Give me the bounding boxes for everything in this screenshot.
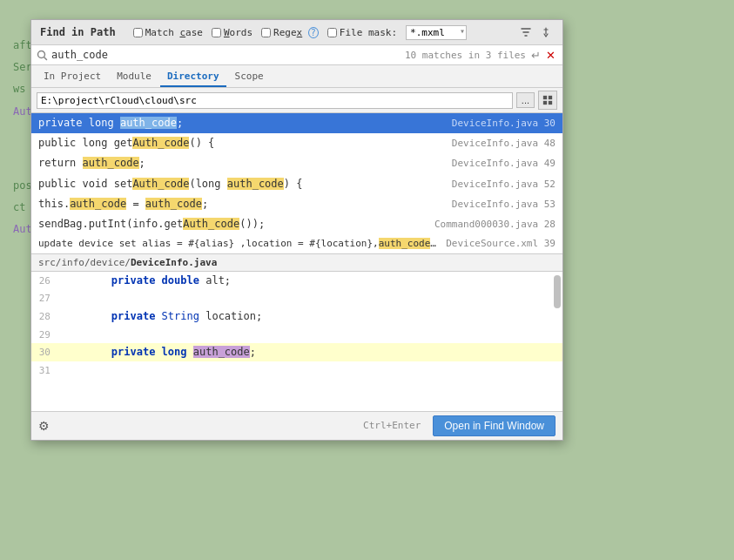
highlight-span: auth_code: [120, 117, 177, 129]
search-actions: ↵ ✕: [529, 50, 557, 61]
result-item[interactable]: sendBag.putInt(info.getAuth_code()); Com…: [31, 214, 562, 234]
regex-label: Regex ?: [273, 27, 319, 38]
line-code: [56, 361, 562, 379]
words-checkbox[interactable]: [212, 28, 221, 37]
grid-view-btn[interactable]: [538, 91, 557, 110]
result-item[interactable]: update device set alias = #{alias} ,loca…: [31, 234, 562, 253]
highlight-span: auth_code: [379, 238, 431, 249]
open-in-find-window-btn[interactable]: Open in Find Window: [433, 415, 556, 436]
preview-area: 26 private double alt; 27 28 private Str…: [31, 272, 562, 411]
result-item[interactable]: this.auth_code = auth_code; DeviceInfo.j…: [31, 194, 562, 214]
svg-rect-5: [549, 101, 552, 105]
title-icons: [518, 24, 554, 40]
dialog-title: Find in Path: [40, 26, 116, 38]
directory-path-input[interactable]: [37, 92, 513, 109]
file-mask-input-wrapper: ▾: [406, 25, 467, 40]
footer-hint: Ctrl+Enter: [55, 420, 428, 431]
file-mask-input[interactable]: [406, 25, 467, 40]
line-code: [56, 289, 562, 307]
line-code: private String location;: [56, 307, 562, 325]
highlight-span: Auth_code: [183, 218, 239, 230]
file-ref: DeviceInfo.java 53: [452, 197, 556, 213]
tab-scope[interactable]: Scope: [228, 68, 271, 87]
line-number: 28: [31, 309, 56, 326]
file-mask-label: File mask:: [340, 27, 397, 38]
preview-path: src/info/device/DeviceInfo.java: [38, 257, 217, 268]
search-input[interactable]: [51, 49, 401, 61]
file-mask-dropdown-icon[interactable]: ▾: [460, 26, 465, 36]
words-group: Words: [212, 27, 253, 38]
svg-rect-4: [543, 101, 547, 105]
line-number: 31: [31, 363, 56, 380]
line-code: private long auth_code;: [56, 343, 562, 361]
match-count: 10 matches in 3 files: [405, 50, 526, 61]
enter-search-btn[interactable]: ↵: [529, 50, 542, 61]
find-in-path-dialog: Find in Path Match case Words Regex ? Fi…: [30, 19, 563, 441]
result-code: public long getAuth_code() {: [38, 135, 445, 152]
file-ref: DeviceInfo.java 52: [452, 177, 556, 192]
directory-row: ...: [31, 88, 562, 113]
highlight-span: Auth_code: [132, 178, 189, 190]
preview-line-26: 26 private double alt;: [31, 272, 562, 290]
svg-rect-3: [549, 96, 552, 99]
preview-line-31: 31: [31, 361, 562, 380]
titlebar: Find in Path Match case Words Regex ? Fi…: [31, 20, 562, 45]
tab-module[interactable]: Module: [110, 68, 158, 87]
result-code: this.auth_code = auth_code;: [38, 196, 445, 213]
highlight-span: auth_code: [83, 157, 139, 169]
result-item[interactable]: private long auth_code; DeviceInfo.java …: [31, 113, 562, 133]
result-item[interactable]: public void setAuth_code(long auth_code)…: [31, 174, 562, 194]
file-ref: DeviceInfo.java 49: [452, 156, 556, 172]
filter-icon[interactable]: [518, 24, 534, 40]
settings-gear-btn[interactable]: ⚙: [38, 419, 50, 433]
preview-line-30: 30 private long auth_code;: [31, 343, 562, 361]
line-number: 27: [31, 291, 56, 307]
preview-line-27: 27: [31, 289, 562, 307]
pin-icon[interactable]: [538, 24, 554, 40]
result-code: return auth_code;: [38, 155, 445, 172]
match-case-group: Match case: [133, 27, 203, 38]
line-number: 29: [31, 327, 56, 344]
result-code: public void setAuth_code(long auth_code)…: [38, 176, 445, 192]
search-icon: [37, 50, 48, 61]
result-item[interactable]: return auth_code; DeviceInfo.java 49: [31, 153, 562, 173]
results-list: private long auth_code; DeviceInfo.java …: [31, 113, 562, 254]
tabs-bar: In Project Module Directory Scope: [31, 65, 562, 88]
regex-group: Regex ?: [261, 27, 319, 38]
tab-in-project[interactable]: In Project: [37, 68, 108, 87]
highlight-span: auth_code: [227, 178, 284, 190]
line-number: 30: [31, 345, 56, 361]
highlight-span: Auth_code: [132, 137, 189, 149]
preview-line-28: 28 private String location;: [31, 307, 562, 326]
regex-checkbox[interactable]: [261, 28, 271, 37]
file-ref: DeviceInfo.java 48: [452, 136, 556, 152]
clear-search-btn[interactable]: ✕: [544, 50, 557, 61]
browse-directory-btn[interactable]: ...: [516, 92, 535, 108]
file-ref: DeviceSource.xml 39: [446, 236, 556, 252]
svg-line-1: [44, 57, 47, 59]
search-bar: 10 matches in 3 files ↵ ✕: [31, 45, 562, 65]
result-code: sendBag.putInt(info.getAuth_code());: [38, 216, 428, 233]
words-label: Words: [224, 27, 253, 38]
match-case-checkbox[interactable]: [133, 28, 143, 37]
highlight-span: auth_code: [145, 198, 202, 210]
tab-directory[interactable]: Directory: [160, 68, 226, 87]
svg-rect-2: [543, 96, 547, 99]
result-item[interactable]: public long getAuth_code() { DeviceInfo.…: [31, 133, 562, 153]
line-code: private double alt;: [56, 272, 562, 289]
line-code: [56, 326, 562, 343]
file-mask-checkbox[interactable]: [327, 28, 337, 37]
preview-header: src/info/device/DeviceInfo.java: [31, 254, 562, 272]
match-case-label: Match case: [145, 27, 203, 38]
file-ref: DeviceInfo.java 30: [452, 116, 556, 132]
result-code: update device set alias = #{alias} ,loca…: [38, 236, 439, 252]
result-code: private long auth_code;: [38, 115, 445, 132]
file-mask-group: File mask:: [327, 27, 397, 38]
preview-line-29: 29: [31, 326, 562, 344]
file-ref: Command000030.java 28: [434, 217, 556, 233]
highlight-span: auth_code: [70, 198, 126, 210]
line-number: 26: [31, 273, 56, 290]
footer-bar: ⚙ Ctrl+Enter Open in Find Window: [31, 411, 562, 440]
preview-scrollbar-thumb[interactable]: [554, 275, 561, 308]
